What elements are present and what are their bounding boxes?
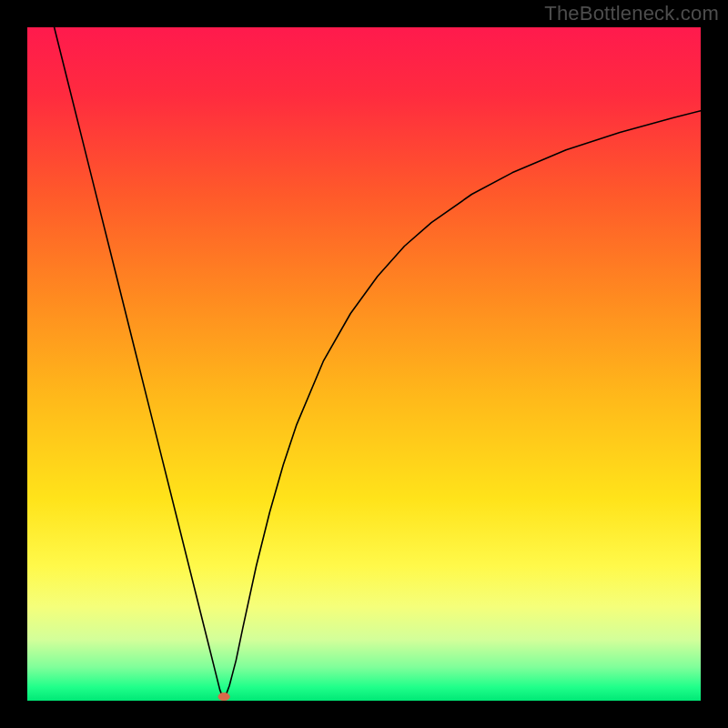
bottleneck-chart [0,0,728,728]
chart-frame: TheBottleneck.com [0,0,728,728]
min-point-marker [217,693,229,701]
plot-area [27,27,701,701]
